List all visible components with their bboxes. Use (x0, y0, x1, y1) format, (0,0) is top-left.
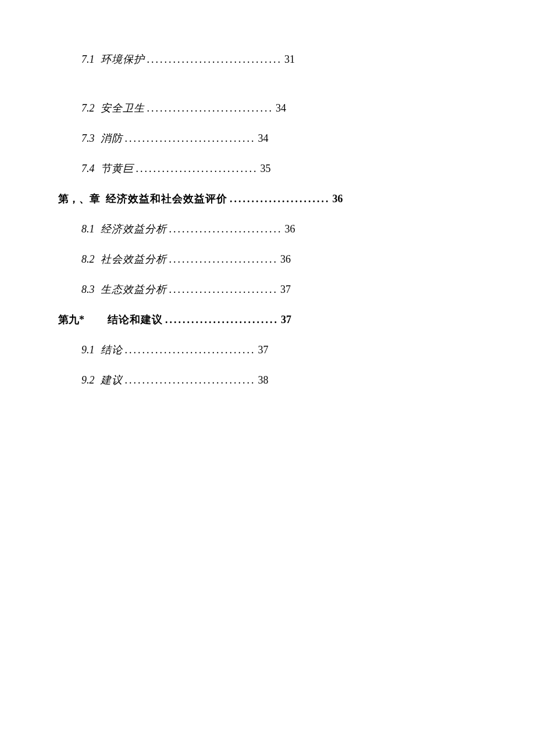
toc-leader-dots: ....................... (230, 193, 330, 205)
toc-title: 环境保护 (101, 52, 145, 66)
toc-chapter: 第九*结论和建议..........................37 (58, 313, 477, 327)
toc-title: 经济效益分析 (101, 222, 167, 236)
toc-page-number: 37 (280, 284, 291, 296)
toc-page-number: 36 (285, 223, 295, 235)
toc-leader-dots: ......................... (169, 253, 279, 266)
toc-number: 第九* (58, 313, 84, 327)
toc-page-number: 31 (284, 53, 295, 66)
toc-list: 7.1环境保护...............................31… (58, 52, 477, 387)
toc-chapter: 第，、章经济效益和社会效益评价.......................36 (58, 192, 477, 206)
toc-section: 7.4节黄巨............................35 (58, 162, 477, 175)
toc-number: 8.1 (81, 223, 95, 235)
toc-title: 经济效益和社会效益评价 (106, 192, 227, 206)
toc-number: 9.1 (81, 344, 95, 356)
toc-section: 9.2建议..............................38 (58, 373, 477, 387)
toc-section: 8.2社会效益分析.........................36 (58, 252, 477, 266)
toc-page-number: 36 (280, 253, 291, 266)
toc-leader-dots: ............................. (147, 102, 274, 114)
toc-leader-dots: .............................. (125, 374, 256, 386)
toc-number: 8.3 (81, 284, 95, 296)
toc-number: 7.4 (81, 163, 95, 175)
toc-title: 建议 (101, 373, 123, 387)
toc-page-number: 34 (258, 132, 269, 145)
toc-number: 7.3 (81, 132, 95, 145)
toc-section: 9.1结论..............................37 (58, 343, 477, 357)
toc-number: 第，、章 (58, 192, 100, 206)
toc-title: 消防 (101, 131, 123, 145)
toc-leader-dots: .......................... (165, 314, 279, 326)
toc-section: 8.3生态效益分析.........................37 (58, 282, 477, 296)
toc-number: 7.2 (81, 102, 95, 114)
toc-title: 结论 (101, 343, 123, 357)
toc-section: 8.1经济效益分析..........................36 (58, 222, 477, 236)
toc-title: 结论和建议 (108, 313, 163, 327)
toc-leader-dots: .......................... (169, 223, 283, 235)
toc-number: 8.2 (81, 253, 95, 266)
toc-section: 7.3消防..............................34 (58, 131, 477, 145)
toc-leader-dots: .............................. (125, 344, 256, 356)
toc-page-number: 37 (281, 314, 291, 326)
toc-leader-dots: ............................... (147, 53, 283, 66)
toc-section: 7.1环境保护...............................31 (58, 52, 477, 66)
toc-page-number: 34 (276, 102, 286, 114)
toc-number: 9.2 (81, 374, 95, 386)
toc-leader-dots: ............................ (136, 163, 258, 175)
toc-page-number: 37 (258, 344, 269, 356)
toc-number: 7.1 (81, 53, 95, 66)
toc-page-number: 38 (258, 374, 269, 386)
toc-title: 生态效益分析 (101, 282, 167, 296)
toc-page-number: 36 (333, 193, 343, 205)
toc-leader-dots: .............................. (125, 132, 256, 145)
toc-leader-dots: ......................... (169, 284, 279, 296)
toc-title: 节黄巨 (101, 162, 134, 175)
toc-title: 社会效益分析 (101, 252, 167, 266)
toc-section: 7.2安全卫生.............................34 (58, 101, 477, 115)
toc-page: 7.1环境保护...............................31… (0, 0, 535, 387)
toc-title: 安全卫生 (101, 101, 145, 115)
toc-page-number: 35 (261, 163, 271, 175)
